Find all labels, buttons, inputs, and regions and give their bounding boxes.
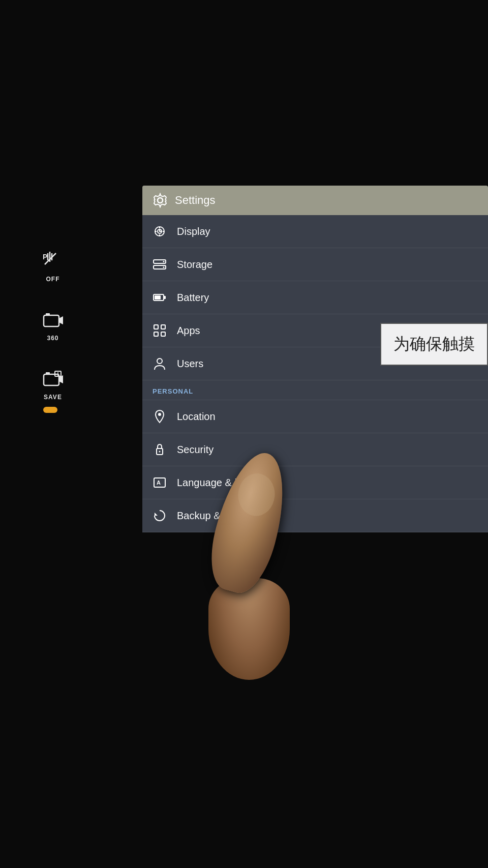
svg-rect-10 [46,372,50,374]
language-icon: A [152,475,167,490]
chinese-popup: 为确保触摸 [380,323,488,366]
menu-item-backup[interactable]: Backup & reset [142,499,488,532]
apps-icon [152,323,167,338]
wifi-off-block: P OFF [41,249,65,283]
settings-header: Settings [142,186,488,215]
popup-text: 为确保触摸 [393,335,475,353]
settings-panel: Settings Display Storage [142,186,488,532]
users-icon [152,356,167,371]
apps-label: Apps [177,325,200,337]
svg-point-19 [163,261,165,262]
menu-item-language[interactable]: A Language & input [142,466,488,499]
settings-title: Settings [175,194,216,207]
security-label: Security [177,444,214,456]
menu-item-security[interactable]: Security [142,433,488,466]
finger-overlay [219,451,310,614]
svg-point-20 [163,266,165,268]
palm-shape [208,578,290,680]
svg-text:P: P [43,253,47,261]
security-icon [152,442,167,457]
svg-rect-23 [155,295,161,300]
camera-save-block: SAVE [41,367,65,401]
battery-label: Battery [177,292,209,304]
menu-item-battery[interactable]: Battery [142,281,488,314]
storage-icon [152,257,167,272]
camera-360-label: 360 [47,335,58,342]
svg-rect-24 [154,325,158,329]
svg-point-28 [157,358,162,364]
storage-label: Storage [177,259,212,271]
svg-rect-7 [46,313,50,315]
settings-gear-icon [152,193,168,208]
camera-360-icon [41,308,65,333]
users-label: Users [177,358,203,370]
svg-rect-5 [44,315,59,326]
menu-item-location[interactable]: Location [142,400,488,433]
svg-rect-22 [164,296,166,299]
svg-text:A: A [157,480,161,486]
svg-point-29 [158,413,161,416]
personal-label: PERSONAL [152,387,193,395]
camera-save-label: SAVE [44,394,62,401]
backup-icon [152,508,167,523]
svg-rect-27 [161,332,165,336]
scene: P OFF 360 [0,0,488,868]
camera-360-block: 360 [41,308,65,342]
svg-rect-26 [154,332,158,336]
battery-icon [152,290,167,305]
orange-indicator [43,407,57,413]
menu-item-display[interactable]: Display [142,215,488,248]
display-label: Display [177,226,210,237]
svg-point-31 [159,451,161,453]
svg-marker-34 [155,513,158,516]
personal-section-header: PERSONAL [142,380,488,400]
menu-item-storage[interactable]: Storage [142,248,488,281]
wifi-off-icon: P [41,249,65,274]
svg-point-14 [158,198,163,203]
left-icons: P OFF 360 [41,249,65,401]
display-icon [152,224,167,238]
wifi-off-label: OFF [46,276,60,283]
location-icon [152,409,167,424]
camera-save-icon [41,367,65,392]
location-label: Location [177,411,216,423]
svg-rect-25 [161,325,165,329]
